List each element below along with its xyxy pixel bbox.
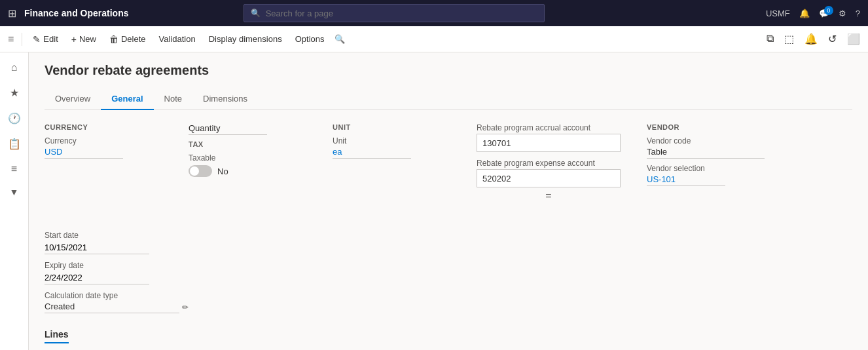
separator bbox=[22, 33, 22, 46]
currency-field-label: Currency bbox=[45, 136, 162, 146]
user-label[interactable]: USMF bbox=[766, 9, 790, 18]
calc-date-type-row: Created ✏ bbox=[45, 301, 189, 313]
lines-section: Lines + Add line 🗑 Remove Vendor code Ve… bbox=[45, 329, 852, 350]
edit-icon: ✎ bbox=[33, 34, 41, 45]
start-date-input[interactable] bbox=[45, 241, 149, 254]
vendor-code-label: Vendor code bbox=[647, 136, 765, 146]
currency-section: CURRENCY Currency USD bbox=[45, 123, 162, 204]
tab-note[interactable]: Note bbox=[154, 88, 192, 110]
delete-icon: 🗑 bbox=[109, 34, 118, 45]
taxable-toggle-row: No bbox=[189, 165, 306, 177]
tab-general[interactable]: General bbox=[101, 88, 153, 110]
side-panel-icon[interactable]: ⬚ bbox=[782, 30, 797, 48]
lines-title: Lines bbox=[45, 329, 69, 343]
vendor-selection-value[interactable]: US-101 bbox=[647, 174, 725, 186]
taxable-label: Taxable bbox=[189, 153, 306, 163]
vendor-code-value: Table bbox=[647, 147, 765, 159]
close-icon[interactable]: ⬜ bbox=[844, 30, 863, 48]
search-cmd-icon[interactable]: 🔍 bbox=[335, 34, 345, 44]
unit-section: UNIT Unit ea bbox=[333, 123, 450, 204]
form-row-1: CURRENCY Currency USD Quantity TAX Taxab… bbox=[45, 123, 852, 313]
search-icon: 🔍 bbox=[251, 9, 261, 18]
delete-button[interactable]: 🗑 Delete bbox=[104, 31, 151, 47]
display-dimensions-button[interactable]: Display dimensions bbox=[204, 31, 287, 47]
accrual-value[interactable]: 130701 bbox=[477, 134, 621, 152]
bell-icon[interactable]: 🔔 bbox=[799, 9, 810, 18]
favorites-icon[interactable]: ★ bbox=[6, 83, 23, 103]
expense-label: Rebate program expense account bbox=[477, 159, 621, 168]
tab-overview[interactable]: Overview bbox=[45, 88, 101, 110]
grid-icon[interactable]: ⊞ bbox=[8, 7, 16, 20]
search-input[interactable] bbox=[266, 9, 537, 18]
cmd-right: ⧉ ⬚ 🔔 ↺ ⬜ bbox=[764, 30, 863, 48]
options-button[interactable]: Options bbox=[290, 31, 330, 47]
filter-icon[interactable]: ▼ bbox=[10, 187, 19, 197]
calc-date-type-label: Calculation date type bbox=[45, 291, 189, 300]
recent-icon[interactable]: 🕐 bbox=[4, 108, 25, 128]
nav-right: USMF 🔔 💬 0 ⚙ ? bbox=[766, 9, 860, 18]
currency-section-label: CURRENCY bbox=[45, 123, 162, 131]
accrual-label: Rebate program accrual account bbox=[477, 123, 621, 132]
currency-value[interactable]: USD bbox=[45, 147, 123, 159]
modules-icon[interactable]: ≡ bbox=[7, 159, 21, 179]
equals-sign: = bbox=[477, 187, 621, 204]
app-title: Finance and Operations bbox=[24, 8, 128, 18]
badge-count: 0 bbox=[824, 6, 833, 15]
calc-date-type-value: Created bbox=[45, 301, 179, 313]
quantity-section: Quantity TAX Taxable No bbox=[189, 123, 306, 204]
new-button[interactable]: + New bbox=[66, 31, 101, 47]
page-title: Vendor rebate agreements bbox=[45, 63, 852, 78]
vendor-section: VENDOR Vendor code Table Vendor selectio… bbox=[647, 123, 765, 204]
expiry-date-label: Expiry date bbox=[45, 261, 189, 270]
calc-date-edit-icon[interactable]: ✏ bbox=[182, 303, 189, 312]
vendor-section-label: VENDOR bbox=[647, 123, 765, 131]
search-box: 🔍 bbox=[244, 4, 545, 22]
workspaces-icon[interactable]: 📋 bbox=[4, 134, 25, 154]
expense-value[interactable]: 520202 bbox=[477, 169, 621, 187]
vendor-selection-label: Vendor selection bbox=[647, 164, 765, 173]
quantity-label: Quantity bbox=[189, 123, 267, 135]
unit-field-label: Unit bbox=[333, 136, 450, 146]
tax-section-label: TAX bbox=[189, 140, 306, 148]
layout: ⌂ ★ 🕐 📋 ≡ ▼ Vendor rebate agreements Ove… bbox=[0, 52, 868, 350]
top-nav: ⊞ Finance and Operations 🔍 USMF 🔔 💬 0 ⚙ … bbox=[0, 0, 868, 26]
add-icon: + bbox=[71, 34, 77, 45]
expiry-date-input[interactable] bbox=[45, 271, 149, 284]
edit-button[interactable]: ✎ Edit bbox=[27, 31, 63, 47]
unit-value[interactable]: ea bbox=[333, 147, 411, 159]
home-icon[interactable]: ⌂ bbox=[7, 58, 22, 77]
tabs: Overview General Note Dimensions bbox=[45, 88, 852, 110]
dates-section: Start date Expiry date Calculation date … bbox=[45, 231, 189, 313]
nav-badge: 💬 0 bbox=[819, 9, 829, 18]
command-bar: ≡ ✎ Edit + New 🗑 Delete Validation Displ… bbox=[0, 26, 868, 52]
notification-icon[interactable]: 🔔 bbox=[802, 30, 820, 48]
refresh-icon[interactable]: ↺ bbox=[825, 30, 839, 48]
fullscreen-icon[interactable]: ⧉ bbox=[764, 30, 776, 48]
hamburger-icon[interactable]: ≡ bbox=[5, 31, 16, 48]
main-content: Vendor rebate agreements Overview Genera… bbox=[29, 52, 868, 350]
unit-section-label: UNIT bbox=[333, 123, 450, 131]
settings-icon[interactable]: ⚙ bbox=[839, 9, 846, 18]
sidebar: ⌂ ★ 🕐 📋 ≡ ▼ bbox=[0, 52, 29, 350]
rebate-section: Rebate program accrual account 130701 Re… bbox=[477, 123, 621, 204]
start-date-label: Start date bbox=[45, 231, 189, 240]
tab-dimensions[interactable]: Dimensions bbox=[192, 88, 258, 110]
toggle-knob bbox=[190, 166, 199, 176]
taxable-toggle[interactable] bbox=[189, 165, 212, 177]
taxable-value: No bbox=[217, 166, 228, 176]
help-icon[interactable]: ? bbox=[856, 9, 860, 18]
validation-button[interactable]: Validation bbox=[154, 31, 201, 47]
